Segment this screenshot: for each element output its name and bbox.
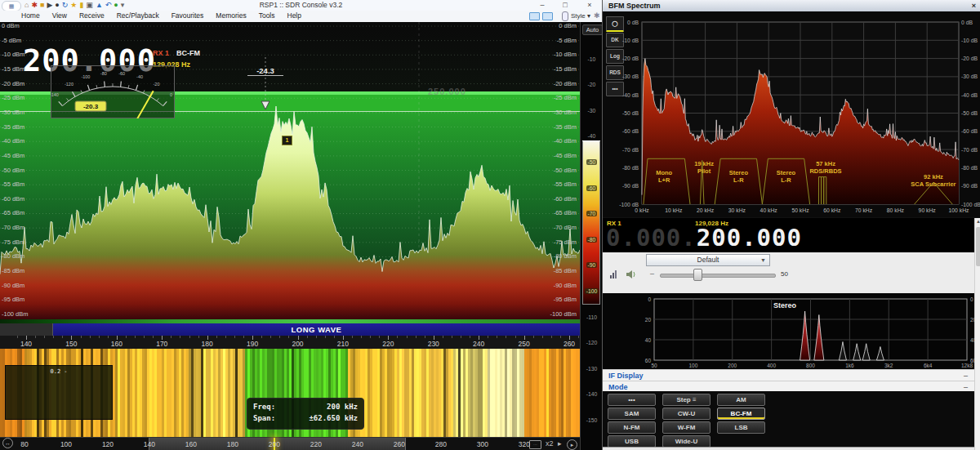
mode-button-cwu[interactable]: CW-U (662, 408, 710, 420)
menu-recplayback[interactable]: Rec/Playback (117, 11, 159, 21)
svg-text:-90 dB: -90 dB (961, 183, 978, 189)
freq-tick-label: 190 (242, 340, 263, 348)
freq-tick-label: 230 (423, 340, 444, 348)
menu-favourites[interactable]: Favourites (172, 11, 204, 21)
monitor2-icon[interactable] (542, 12, 553, 20)
freq-tick-label: 220 (377, 340, 399, 348)
preset-dropdown[interactable]: Default▼ (646, 254, 770, 266)
menu-view[interactable]: View (52, 11, 67, 21)
mode-button-lsb[interactable]: LSB (717, 421, 765, 434)
color-scale-label: -10 (581, 56, 603, 62)
dbm-label: -40 dBm (2, 138, 24, 145)
bfm-spectrum-body: ◯DKLogRDS••• 0 dB0 dB-10 dB-10 dB-20 dB-… (603, 11, 980, 217)
scroll-up-icon[interactable]: ▲ (975, 218, 980, 225)
maximize-button[interactable]: □ (559, 0, 572, 10)
scrollbar-thumb[interactable] (976, 227, 980, 266)
style-menu[interactable]: Style ▾ (571, 12, 590, 20)
zoom-level-label[interactable]: x2 (546, 439, 554, 449)
dbm-label: -100 dBm (2, 311, 29, 318)
color-scale-label: -20 (581, 82, 603, 87)
svg-text:-80 dB: -80 dB (622, 165, 639, 171)
volume-slider-thumb[interactable] (693, 269, 702, 281)
svg-text:40: 40 (645, 337, 652, 343)
waterfall-tick-label: 180 (222, 440, 243, 448)
dbm-label: -65 dBm (2, 210, 24, 216)
dbm-label: -65 dBm (554, 210, 577, 216)
mode-button-am[interactable]: AM (717, 394, 765, 406)
next-section-strip[interactable] (603, 447, 974, 450)
frequency-scale[interactable]: 140150160170180190200210220230240250260 (0, 336, 580, 349)
mode-button-sam[interactable]: SAM (608, 408, 656, 420)
gear-icon[interactable]: ✱ (594, 11, 600, 20)
marker-badge[interactable]: 1 (282, 136, 292, 145)
bfm-panel-header[interactable]: BFM Spectrum × (603, 0, 980, 12)
svg-text:-20: -20 (154, 82, 160, 87)
svg-text:30 kHz: 30 kHz (728, 207, 746, 213)
mode-button-step[interactable]: Step ≡ (662, 394, 710, 406)
dbm-label: -25 dBm (554, 95, 577, 101)
mode-button-wfm[interactable]: W-FM (662, 421, 710, 434)
minimize-button[interactable]: – (536, 0, 549, 10)
svg-text:-60 dB: -60 dB (622, 128, 639, 134)
window-title: RSP1 :: SDR Console v3.2 (0, 1, 602, 9)
color-scale-label: -150 (581, 417, 603, 423)
menu-help[interactable]: Help (287, 11, 301, 21)
freq-tick-label: 140 (16, 340, 37, 348)
audio-spectrum-plot[interactable]: 501002004008001k63k26k412k80020204040606… (603, 293, 974, 369)
levels-icon[interactable] (609, 270, 619, 279)
docked-panels: BFM Spectrum × ◯DKLogRDS••• 0 dB0 dB-10 … (602, 0, 980, 450)
svg-text:400: 400 (767, 363, 776, 368)
volume-slider-track[interactable] (660, 274, 776, 278)
zoom-step-icon[interactable]: ▸ (558, 439, 562, 449)
menu-memories[interactable]: Memories (216, 11, 246, 21)
dbm-label: -30 dBm (554, 109, 577, 116)
svg-text:-60: -60 (118, 71, 125, 76)
pan-icon[interactable]: ↔ (2, 438, 13, 448)
mode-button-bcfm[interactable]: BC-FM (717, 408, 765, 420)
dbm-label: -60 dBm (2, 196, 24, 203)
waterfall-tick-label: 320 (514, 440, 535, 448)
freq-tick-label: 240 (468, 340, 489, 348)
mode-button-nfm[interactable]: N-FM (608, 421, 656, 434)
svg-text:-20 dB: -20 dB (622, 56, 639, 61)
waterfall[interactable]: 0.2 - Freq:200 kHz Span:±62.650 kHz (0, 349, 580, 437)
freq-span-overlay: Freq:200 kHz Span:±62.650 kHz (247, 398, 364, 430)
if-display-label: IF Display (608, 372, 644, 380)
span-label: Span: (253, 412, 275, 424)
bfm-close-icon[interactable]: × (972, 0, 976, 11)
marker-value[interactable]: -24.3 (247, 66, 283, 76)
dbm-label: -70 dBm (2, 225, 24, 231)
menu-tools[interactable]: Tools (259, 11, 275, 21)
dbm-label: -80 dBm (2, 253, 24, 260)
dbm-label: -70 dBm (554, 225, 577, 231)
receive-frequency-digits[interactable]: 0.000.200.000 (606, 225, 802, 251)
bfm-spectrum-plot[interactable]: 0 dB0 dB-10 dB-10 dB-20 dB-20 dB-30 dB-3… (603, 11, 980, 217)
svg-text:20: 20 (645, 317, 652, 323)
svg-text:200: 200 (728, 363, 737, 368)
band-bar-gap (0, 323, 53, 336)
title-bar: ▦ ⌂✱■▶●↻★▮▣▲↶●▾ RSP1 :: SDR Console v3.2… (0, 0, 602, 11)
close-button[interactable]: × (583, 0, 596, 10)
mode-button-usb[interactable]: USB (608, 435, 656, 448)
svg-text:80 kHz: 80 kHz (887, 207, 905, 213)
bfm-panel-title: BFM Spectrum (608, 2, 661, 10)
menu-home[interactable]: Home (21, 11, 40, 21)
menu-receive[interactable]: Receive (79, 11, 105, 21)
receive-scrollbar[interactable]: ▲ (974, 218, 980, 450)
band-name-bar[interactable]: LONG WAVE (53, 323, 580, 336)
svg-text:-90 dB: -90 dB (622, 183, 639, 189)
monitor-icon[interactable] (529, 12, 540, 20)
scroll-right-icon[interactable]: ▸ (567, 439, 577, 450)
collapse-icon: – (964, 370, 968, 381)
svg-text:20 kHz: 20 kHz (697, 207, 715, 213)
speaker-icon[interactable] (626, 270, 637, 279)
waterfall-scale[interactable]: ↔ ··· x2 ▸ ▸ 801001201401601802002202402… (0, 437, 580, 450)
color-scale-label: -30 (581, 108, 603, 114)
dbm-label: -25 dBm (2, 95, 24, 101)
mode-button-wideu[interactable]: Wide-U (662, 435, 710, 448)
svg-text:800: 800 (806, 363, 815, 368)
color-scale-label: -110 (581, 314, 603, 320)
mouse-icon[interactable] (562, 11, 568, 21)
mode-button-[interactable]: ••• (608, 394, 656, 406)
main-spectrum[interactable]: 0 dBm-5 dBm-10 dBm-15 dBm-20 dBm-25 dBm-… (0, 22, 580, 319)
